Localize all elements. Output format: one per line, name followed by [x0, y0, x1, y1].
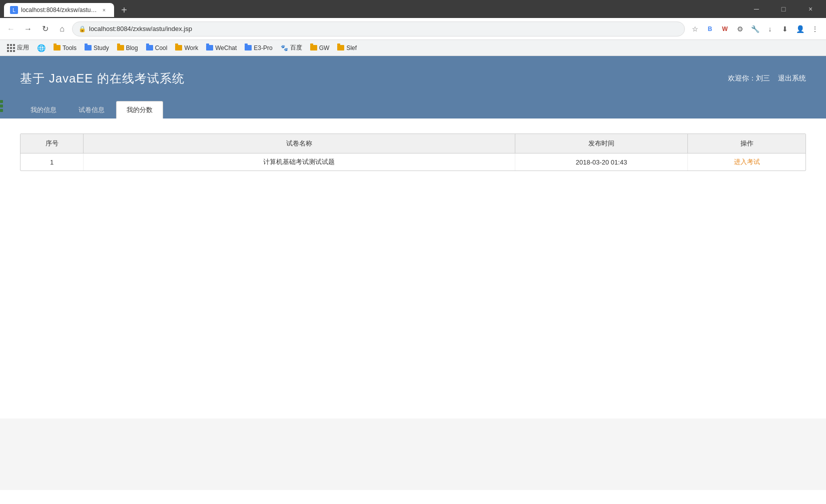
tab-bar: L localhost:8084/zxksw/astu/index... × +	[4, 1, 743, 17]
nav-tabs: 我的信息 试卷信息 我的分数	[0, 101, 826, 118]
table-header-row: 序号 试卷名称 发布时间 操作	[21, 134, 805, 154]
new-tab-button[interactable]: +	[117, 3, 131, 17]
cell-action: 进入考试	[688, 154, 805, 171]
bookmark-tools[interactable]: Tools	[51, 43, 80, 53]
bookmark-gw-label: GW	[319, 44, 330, 52]
col-header-index: 序号	[21, 134, 84, 154]
side-decoration-left	[0, 100, 3, 112]
bookmark-study-label: Study	[94, 44, 109, 52]
minimize-button[interactable]: ─	[745, 1, 768, 17]
bookmark-tools-label: Tools	[63, 44, 77, 52]
home-button[interactable]: ⌂	[55, 22, 69, 36]
baidu-icon: 🐾	[281, 44, 288, 52]
enter-exam-link[interactable]: 进入考试	[734, 158, 760, 166]
bookmark-study[interactable]: Study	[82, 43, 112, 53]
browser-toolbar: ← → ↻ ⌂ 🔒 localhost:8084/zxksw/astu/inde…	[0, 18, 826, 40]
folder-icon-work	[175, 45, 182, 50]
logout-link[interactable]: 退出系统	[778, 74, 806, 83]
folder-icon-gw	[310, 45, 317, 50]
bookmark-gw[interactable]: GW	[307, 43, 333, 53]
earth-icon: 🌐	[37, 44, 46, 52]
folder-icon-e3pro	[245, 45, 252, 50]
bookmark-work[interactable]: Work	[172, 43, 201, 53]
bookmark-apps[interactable]: 应用	[4, 42, 32, 54]
folder-icon-cool	[146, 45, 153, 50]
extension-icon-5[interactable]: ↓	[763, 22, 777, 36]
col-header-time: 发布时间	[515, 134, 687, 154]
extension-icon-3[interactable]: ⚙	[733, 22, 747, 36]
bookmark-blog-label: Blog	[126, 44, 138, 52]
cell-index: 1	[21, 154, 84, 171]
col-header-name: 试卷名称	[84, 134, 515, 154]
more-options-icon[interactable]: ⋮	[808, 22, 822, 36]
apps-grid-icon	[7, 44, 15, 52]
folder-icon-wechat	[206, 45, 213, 50]
bookmark-icon[interactable]: ☆	[688, 22, 702, 36]
tab-title: localhost:8084/zxksw/astu/index...	[21, 6, 97, 14]
col-header-action: 操作	[688, 134, 805, 154]
bookmark-cool[interactable]: Cool	[143, 43, 171, 53]
folder-icon-blog	[117, 45, 124, 50]
table-row: 1 计算机基础考试测试试题 2018-03-20 01:43 进入考试	[21, 154, 805, 171]
bookmark-work-label: Work	[184, 44, 198, 52]
bookmark-e3pro-label: E3-Pro	[254, 44, 272, 52]
toolbar-icons: ☆ B W ⚙ 🔧 ↓ ⬇ 👤 ⋮	[688, 22, 822, 36]
extension-icon-2[interactable]: W	[718, 22, 732, 36]
tab-exam-info[interactable]: 试卷信息	[68, 101, 115, 118]
exam-table: 序号 试卷名称 发布时间 操作 1 计算机基础考试测试试题 2018-03-20…	[21, 134, 805, 170]
bookmark-cool-label: Cool	[155, 44, 168, 52]
page-title: 基于 JavaEE 的在线考试系统	[20, 70, 185, 86]
reload-button[interactable]: ↻	[38, 22, 52, 36]
extension-icon-6[interactable]: ⬇	[778, 22, 792, 36]
header-user-area: 欢迎你：刘三 退出系统	[728, 74, 806, 83]
page-wrapper: 基于 JavaEE 的在线考试系统 欢迎你：刘三 退出系统 我的信息 试卷信息 …	[0, 56, 826, 490]
tab-my-score[interactable]: 我的分数	[116, 101, 163, 118]
address-text: localhost:8084/zxksw/astu/index.jsp	[89, 25, 678, 32]
bookmark-slef[interactable]: Slef	[334, 43, 360, 53]
forward-button[interactable]: →	[21, 22, 35, 36]
lock-icon: 🔒	[79, 26, 86, 32]
bookmark-baidu-label: 百度	[290, 44, 302, 52]
browser-chrome: L localhost:8084/zxksw/astu/index... × +…	[0, 0, 826, 56]
tab-favicon: L	[10, 6, 18, 14]
welcome-text: 欢迎你：刘三	[728, 74, 770, 83]
folder-icon-slef	[337, 45, 344, 50]
bookmark-wechat[interactable]: WeChat	[203, 43, 240, 53]
apps-label: 应用	[17, 44, 29, 52]
active-tab[interactable]: L localhost:8084/zxksw/astu/index... ×	[4, 3, 114, 17]
tab-my-info[interactable]: 我的信息	[20, 101, 67, 118]
folder-icon-study	[85, 45, 92, 50]
main-content: 序号 试卷名称 发布时间 操作 1 计算机基础考试测试试题 2018-03-20…	[0, 118, 826, 418]
data-table-wrapper: 序号 试卷名称 发布时间 操作 1 计算机基础考试测试试题 2018-03-20…	[20, 134, 806, 171]
maximize-button[interactable]: □	[772, 1, 795, 17]
bookmark-blog[interactable]: Blog	[114, 43, 141, 53]
folder-icon-tools	[54, 45, 61, 50]
browser-titlebar: L localhost:8084/zxksw/astu/index... × +…	[0, 0, 826, 18]
bookmark-wechat-label: WeChat	[215, 44, 237, 52]
close-button[interactable]: ×	[799, 1, 822, 17]
tab-close-button[interactable]: ×	[100, 6, 108, 14]
cell-exam-name: 计算机基础考试测试试题	[84, 154, 515, 171]
bookmark-slef-label: Slef	[346, 44, 357, 52]
window-controls: ─ □ ×	[745, 1, 822, 17]
page-header: 基于 JavaEE 的在线考试系统 欢迎你：刘三 退出系统	[0, 56, 826, 101]
back-button[interactable]: ←	[4, 22, 18, 36]
bookmark-earth[interactable]: 🌐	[34, 42, 49, 54]
extension-icon-4[interactable]: 🔧	[748, 22, 762, 36]
bookmark-baidu[interactable]: 🐾 百度	[278, 42, 305, 54]
bookmark-e3pro[interactable]: E3-Pro	[242, 43, 275, 53]
cell-publish-time: 2018-03-20 01:43	[515, 154, 687, 171]
extension-icon-1[interactable]: B	[703, 22, 717, 36]
bookmarks-bar: 应用 🌐 Tools Study Blog	[0, 40, 826, 56]
address-bar[interactable]: 🔒 localhost:8084/zxksw/astu/index.jsp	[72, 22, 685, 36]
profile-icon[interactable]: 👤	[793, 22, 807, 36]
